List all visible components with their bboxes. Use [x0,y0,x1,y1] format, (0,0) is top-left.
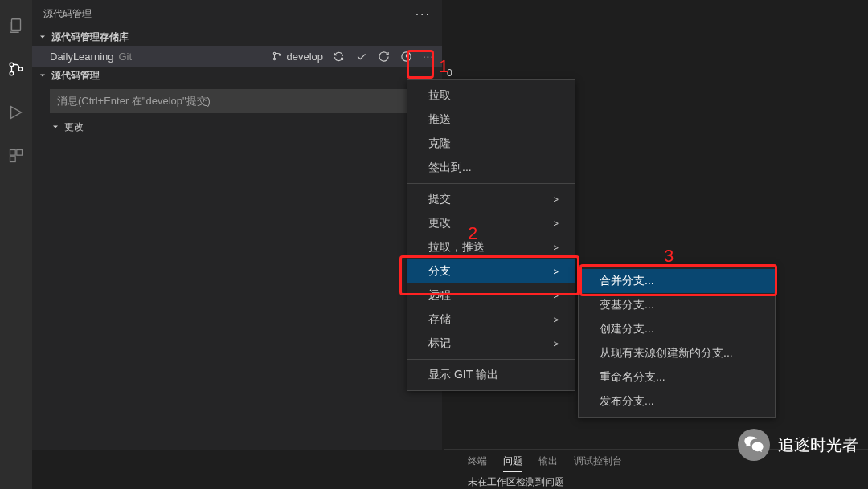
menu-item[interactable]: 远程> [407,283,575,308]
context-menu-branch: 合并分支...变基分支...创建分支...从现有来源创建新的分支...重命名分支… [578,265,776,418]
section-label: 源代码管理 [51,69,100,83]
menu-item[interactable]: 从现有来源创建新的分支... [579,341,775,365]
chevron-right-icon: > [554,218,559,228]
panel-title: 源代码管理 [43,7,92,21]
menu-item[interactable]: 克隆 [407,132,575,156]
chevron-down-icon [37,31,48,43]
more-icon[interactable]: ··· [421,49,436,63]
annotation-3: 3 [664,246,674,267]
chevron-right-icon: > [554,242,559,252]
wechat-icon [738,429,770,461]
svg-rect-6 [10,157,16,162]
context-menu-main: 拉取推送克隆签出到...提交>更改>拉取，推送>分支>远程>存储>标记>显示 G… [407,79,575,391]
svg-rect-4 [10,150,16,156]
svg-rect-5 [17,150,23,156]
svg-rect-0 [12,19,21,31]
panel-more-icon[interactable]: ··· [416,7,431,22]
svg-point-1 [10,63,14,67]
watermark: 追逐时光者 [738,429,858,461]
menu-item[interactable]: 重命名分支... [579,365,775,389]
refresh-icon[interactable] [376,49,391,63]
panel-header: 源代码管理 ··· [32,0,442,28]
menu-separator [407,183,575,184]
sync-icon[interactable] [331,49,346,63]
menu-item[interactable]: 存储> [407,308,575,332]
chevron-down-icon [50,121,61,132]
chevron-down-icon [37,70,48,81]
repo-actions: develop ··· [272,49,436,63]
chevron-right-icon: > [554,267,559,276]
scm-section-header[interactable]: 源代码管理 [32,67,442,84]
annotation-2: 2 [468,223,477,244]
chevron-right-icon: > [554,315,559,324]
bottom-tab[interactable]: 问题 [503,454,522,472]
scm-panel: 源代码管理 ··· 源代码管理存储库 DailyLearning Git dev… [32,0,442,450]
svg-point-2 [10,71,14,75]
source-control-icon[interactable] [6,59,26,79]
check-icon[interactable] [354,49,368,63]
chevron-right-icon: > [554,291,559,300]
files-icon[interactable] [6,16,26,35]
activity-bar [0,0,32,489]
menu-item[interactable]: 变基分支... [579,293,775,317]
bottom-tab[interactable]: 终端 [468,454,487,472]
bottom-tab[interactable]: 调试控制台 [574,454,622,472]
repo-type: Git [119,51,133,63]
chevron-right-icon: > [554,339,559,348]
commit-message-input[interactable]: 消息(Ctrl+Enter 在"develop"提交) [50,89,434,113]
menu-item[interactable]: 合并分支... [579,269,775,293]
svg-point-3 [18,67,23,71]
menu-item[interactable]: 拉取，推送> [407,235,575,259]
menu-item[interactable]: 推送 [407,108,575,132]
menu-item[interactable]: 更改> [407,211,575,235]
chevron-right-icon: > [554,194,559,204]
repo-row[interactable]: DailyLearning Git develop ··· [32,46,442,67]
run-icon[interactable] [6,103,26,122]
extensions-icon[interactable] [6,146,26,165]
menu-item[interactable]: 分支> [407,259,575,283]
bottom-tab[interactable]: 输出 [538,454,558,472]
bottom-text: 未在工作区检测到问题 [444,472,868,489]
changes-section-header[interactable]: 更改 [32,118,442,136]
repo-section-header[interactable]: 源代码管理存储库 [32,28,442,46]
section-label: 更改 [64,120,84,134]
annotation-1: 1 [439,56,448,77]
repo-name: DailyLearning [50,51,114,63]
svg-point-7 [274,52,276,54]
branch-indicator[interactable]: develop [272,51,323,63]
menu-item[interactable]: 标记> [407,332,575,356]
section-label: 源代码管理存储库 [51,31,129,44]
menu-separator [407,359,575,360]
menu-item[interactable]: 创建分支... [579,317,775,341]
menu-item[interactable]: 显示 GIT 输出 [407,363,575,387]
menu-item[interactable]: 发布分支... [579,389,775,414]
svg-point-8 [274,58,276,59]
menu-item[interactable]: 拉取 [407,84,575,108]
menu-item[interactable]: 签出到... [407,156,575,180]
history-icon[interactable] [399,49,413,63]
menu-item[interactable]: 提交> [407,187,575,211]
